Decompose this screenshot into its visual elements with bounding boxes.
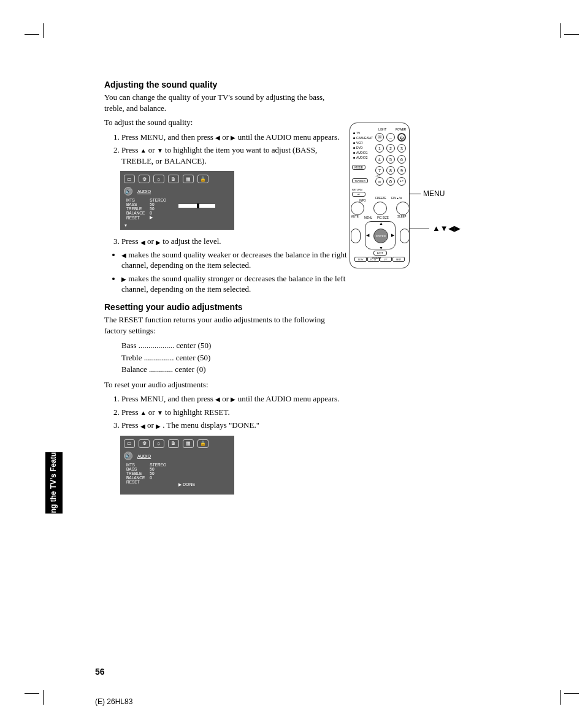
remote-return-button: ↩ [397, 177, 406, 186]
right-arrow-icon [231, 395, 235, 404]
intro-text-1: You can change the quality of your TV's … [104, 92, 337, 113]
default-treble: Treble ............... center (50) [121, 352, 484, 364]
osd-title: AUDIO [137, 454, 151, 458]
osd-tab-icon: ⚙ [139, 439, 150, 448]
remote-tvvideo-button: TV/VDEO [352, 178, 368, 183]
remote-enter-button: ENTER [373, 229, 388, 243]
remote-return-pill: ↵ [352, 192, 365, 197]
osd-tab-icon: ▭ [124, 175, 135, 183]
remote-digit-1: 1 [375, 144, 384, 153]
remote-fav-button: ∞ [375, 177, 384, 186]
section-tab: Using the TV's Features [45, 452, 63, 514]
callout-line-menu [410, 194, 421, 194]
osd-title: AUDIO [137, 189, 151, 194]
remote-label-power: POWER [396, 128, 406, 131]
osd-nav-down-icon: ▼ [124, 224, 128, 227]
remote-digit-8: 8 [386, 166, 395, 175]
osd-tab-icon: 🗎 [168, 439, 179, 448]
osd-tab-icon: 🗎 [168, 175, 179, 183]
rstep-2a: Press [121, 408, 138, 417]
remote-digit-7: 7 [375, 166, 384, 175]
osd-speaker-icon: 🔊 [124, 187, 132, 195]
osd-cursor-icon: ☞ [115, 484, 118, 488]
callout-menu: MENU [423, 189, 445, 198]
remote-bottom-row: REWPLAYFFSKIP [354, 257, 405, 262]
remote-digit-6: 6 [397, 155, 406, 164]
remote-label-sleep: SLEEP [397, 215, 407, 218]
rstep-3b: or [147, 420, 154, 430]
page-number: 56 [95, 667, 105, 677]
osd-grid: MTSSTEREO BASS50 TREBLE50 BALANCE0 RESET… [124, 198, 169, 220]
reset-intro: The RESET function returns your audio ad… [104, 314, 337, 336]
callout-line-arrows [410, 229, 429, 229]
remote-info-big [351, 202, 364, 215]
remote-digit-4: 4 [375, 155, 384, 164]
remote-digit-3: 3 [397, 144, 406, 153]
step-3a: Press [121, 237, 138, 246]
osd-tab-icon: ▦ [183, 439, 194, 448]
osd-slider [178, 204, 215, 208]
remote-dpad: ENTER ▲ ▼ ◀ ▶ [365, 221, 396, 249]
step-1a: Press MENU, and then press [121, 132, 213, 142]
osd-tab-icon: ⚙ [139, 175, 150, 183]
remote-label-freeze: FREEZE [375, 197, 386, 200]
remote-digit-9: 9 [397, 166, 406, 175]
rstep-1a: Press MENU, and then press [121, 394, 213, 403]
remote-label-fav: FAV▲/▼ [391, 197, 402, 200]
remote-label-mute: MUTE [351, 215, 359, 218]
right-arrow-icon [231, 134, 235, 142]
step-3b: or [147, 237, 154, 246]
left-arrow-icon [215, 134, 220, 142]
left-arrow-icon [140, 238, 145, 247]
footer-model: (E) 26HL83 [95, 697, 132, 706]
default-balance: Balance ............ center (0) [121, 363, 484, 376]
step-1: Press MENU, and then press or until the … [121, 132, 348, 143]
left-arrow-icon [215, 395, 220, 404]
remote-exit-button: EXIT [373, 251, 387, 256]
intro-text-2: To adjust the sound quality: [104, 117, 484, 128]
step-3: Press or to adjust the level. [121, 236, 348, 247]
remote-digit-5: 5 [386, 155, 395, 164]
step-2b: or [148, 145, 155, 154]
remote-mode-button: MODE [352, 165, 365, 170]
rstep-2: Press or to highlight RESET. [121, 407, 348, 418]
osd-tab-icon: 🔒 [197, 175, 208, 183]
remote-vol-rocker [351, 229, 361, 243]
default-bass: Bass .................. center (50) [121, 339, 484, 352]
remote-freeze-big [373, 202, 387, 215]
osd-speaker-icon: 🔊 [124, 452, 132, 460]
down-arrow-icon [157, 146, 163, 155]
remote-digit-2: 2 [386, 144, 395, 153]
step-3c: to adjust the level. [162, 237, 221, 246]
osd-tab-icon: ▭ [124, 439, 135, 448]
callout-arrows: ▲▼◀▶ [432, 224, 461, 233]
osd-grid: MTSSTEREO BASS50 TREBLE50 BALANCE0 RESET [124, 463, 169, 484]
heading-resetting: Resetting your audio adjustments [104, 302, 484, 312]
bullet-2a: makes the sound quality stronger or decr… [121, 274, 345, 294]
right-arrow-icon [156, 422, 161, 431]
rstep-2b: or [148, 408, 155, 417]
remote-fav-big [396, 202, 410, 215]
bullet-stronger: makes the sound quality stronger or decr… [121, 273, 348, 295]
rstep-2c: to highlight RESET. [165, 408, 230, 417]
section-tab-label: Using the TV's Features [50, 441, 58, 525]
remote-light-button: ☒ [375, 133, 384, 142]
step-2a: Press [121, 145, 138, 154]
osd-audio-menu-1: ▭ ⚙ ☼ 🗎 ▦ 🔒 🔊 AUDIO MTSSTEREO BASS50 TRE… [120, 171, 234, 230]
bullet-weaker: makes the sound quality weaker or decrea… [121, 249, 348, 271]
remote-illustration: TV CABLE/SAT VCR DVD AUDIO1 AUDIO2 LIGHT… [350, 123, 410, 268]
up-arrow-icon [140, 146, 147, 155]
step-1c: until the AUDIO menu appears. [238, 132, 340, 142]
rstep-1b: or [222, 394, 229, 403]
osd-tab-icon: ▦ [183, 175, 194, 183]
remote-digit-0: 0 [386, 177, 395, 186]
down-arrow-icon [157, 409, 163, 417]
rstep-3: Press or . The menu displays "DONE." [121, 420, 348, 431]
heading-adjusting: Adjusting the sound quality [104, 80, 484, 89]
rstep-3c: . The menu displays "DONE." [162, 420, 259, 430]
remote-device-list: TV CABLE/SAT VCR DVD AUDIO1 AUDIO2 [353, 131, 373, 160]
osd-audio-menu-2: ▭ ⚙ ☼ 🗎 ▦ 🔒 🔊 AUDIO MTSSTEREO BASS50 TRE… [120, 436, 234, 495]
remote-label-light: LIGHT [378, 128, 386, 131]
osd-tab-icon: 🔒 [197, 439, 208, 448]
rstep-3a: Press [121, 420, 138, 430]
